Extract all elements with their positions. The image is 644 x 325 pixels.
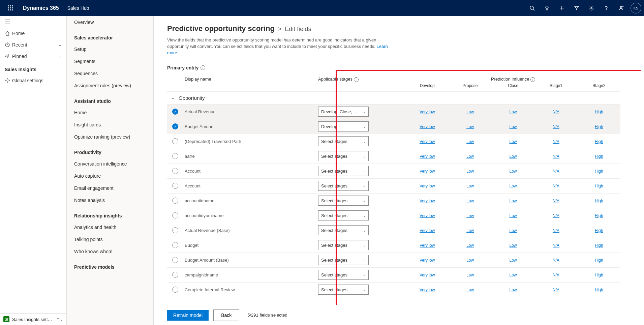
info-icon[interactable]: i <box>201 65 205 70</box>
influence-link[interactable]: Very low <box>420 213 435 218</box>
sidebar-item-insight-cards[interactable]: Insight cards <box>67 119 153 131</box>
stage-dropdown[interactable]: Select stages⌄ <box>318 270 369 280</box>
stage-dropdown[interactable]: Select stages⌄ <box>318 210 369 220</box>
influence-link[interactable]: High <box>595 139 603 144</box>
stage-dropdown[interactable]: Develop⌄ <box>318 121 369 131</box>
influence-link[interactable]: N/A <box>553 288 559 292</box>
stage-dropdown[interactable]: Select stages⌄ <box>318 166 369 176</box>
sidebar-item-talking-points[interactable]: Talking points <box>67 233 153 245</box>
stage-dropdown[interactable]: Select stages⌄ <box>318 240 369 250</box>
stage-dropdown[interactable]: Select stages⌄ <box>318 255 369 265</box>
influence-link[interactable]: N/A <box>553 124 559 129</box>
influence-link[interactable]: N/A <box>553 243 559 248</box>
stage-dropdown[interactable]: Develop, Close, …⌄ <box>318 107 369 117</box>
sidebar-item-auto-capture[interactable]: Auto capture <box>67 170 153 182</box>
influence-link[interactable]: N/A <box>553 169 559 174</box>
influence-link[interactable]: Low <box>466 258 474 263</box>
stage-dropdown[interactable]: Select stages⌄ <box>318 196 369 206</box>
influence-link[interactable]: High <box>595 110 603 114</box>
influence-link[interactable]: N/A <box>553 139 559 144</box>
influence-link[interactable]: Very low <box>420 110 435 114</box>
nav-item-global-settings[interactable]: Global settings <box>0 75 66 86</box>
influence-link[interactable]: Low <box>466 169 474 174</box>
stage-dropdown[interactable]: Select stages⌄ <box>318 151 369 161</box>
checkbox-unchecked[interactable] <box>172 257 178 263</box>
influence-link[interactable]: Low <box>510 228 517 233</box>
influence-link[interactable]: Low <box>466 288 474 292</box>
stage-dropdown[interactable]: Select stages⌄ <box>318 136 369 146</box>
influence-link[interactable]: Very low <box>420 243 435 248</box>
checkbox-unchecked[interactable] <box>172 138 178 144</box>
sidebar-item-overview[interactable]: Overview <box>67 16 153 28</box>
search-icon[interactable] <box>525 0 540 16</box>
checkbox-unchecked[interactable] <box>172 153 178 159</box>
influence-link[interactable]: High <box>595 258 603 263</box>
influence-link[interactable]: Low <box>510 199 517 203</box>
influence-link[interactable]: Very low <box>420 258 435 263</box>
checkbox-unchecked[interactable] <box>172 272 178 278</box>
sidebar-item-who-knows-whom[interactable]: Who knows whom <box>67 245 153 258</box>
sidebar-item-sequences[interactable]: Sequences <box>67 67 153 80</box>
lightbulb-icon[interactable] <box>540 0 554 16</box>
influence-link[interactable]: Low <box>510 288 517 292</box>
influence-link[interactable]: N/A <box>553 154 559 159</box>
nav-item-home[interactable]: Home <box>0 28 66 39</box>
sidebar-item-home[interactable]: Home <box>67 107 153 119</box>
help-icon[interactable] <box>599 0 614 16</box>
influence-link[interactable]: High <box>595 184 603 188</box>
checkbox-checked[interactable]: ✓ <box>172 109 178 115</box>
influence-link[interactable]: Low <box>466 154 474 159</box>
settings-icon[interactable] <box>584 0 599 16</box>
filter-icon[interactable] <box>569 0 584 16</box>
influence-link[interactable]: High <box>595 288 603 292</box>
influence-link[interactable]: N/A <box>553 258 559 263</box>
checkbox-unchecked[interactable] <box>172 168 178 174</box>
influence-link[interactable]: Low <box>466 184 474 188</box>
sidebar-item-analytics-and-health[interactable]: Analytics and health <box>67 221 153 233</box>
sidebar-item-segments[interactable]: Segments <box>67 55 153 67</box>
influence-link[interactable]: Low <box>466 124 474 129</box>
sidebar-item-assignment-rules-preview-[interactable]: Assignment rules (preview) <box>67 80 153 92</box>
influence-link[interactable]: Very low <box>420 154 435 159</box>
influence-link[interactable]: High <box>595 169 603 174</box>
checkbox-unchecked[interactable] <box>172 198 178 204</box>
influence-link[interactable]: Low <box>510 184 517 188</box>
influence-link[interactable]: High <box>595 228 603 233</box>
app-launcher-icon[interactable] <box>3 5 19 11</box>
app-name-label[interactable]: Sales Hub <box>67 5 89 11</box>
influence-link[interactable]: N/A <box>553 228 559 233</box>
nav-item-pinned[interactable]: Pinned⌄ <box>0 51 66 62</box>
sidebar-item-setup[interactable]: Setup <box>67 43 153 55</box>
checkbox-unchecked[interactable] <box>172 212 178 218</box>
checkbox-checked[interactable]: ✓ <box>172 123 178 129</box>
influence-link[interactable]: Low <box>510 110 517 114</box>
checkbox-unchecked[interactable] <box>172 242 178 248</box>
add-icon[interactable] <box>554 0 569 16</box>
influence-link[interactable]: Low <box>466 273 474 277</box>
checkbox-unchecked[interactable] <box>172 227 178 233</box>
influence-link[interactable]: High <box>595 199 603 203</box>
influence-link[interactable]: Low <box>466 139 474 144</box>
influence-link[interactable]: Low <box>510 213 517 218</box>
user-avatar[interactable]: KS <box>631 3 641 13</box>
area-switcher[interactable]: SI Sales Insights sett… ⌃⌄ <box>0 313 66 325</box>
checkbox-unchecked[interactable] <box>172 183 178 189</box>
stage-dropdown[interactable]: Select stages⌄ <box>318 225 369 235</box>
influence-link[interactable]: Low <box>510 139 517 144</box>
influence-link[interactable]: High <box>595 273 603 277</box>
influence-link[interactable]: Low <box>466 199 474 203</box>
sidebar-item-notes-analysis[interactable]: Notes analysis <box>67 194 153 206</box>
influence-link[interactable]: Low <box>510 273 517 277</box>
stage-dropdown[interactable]: Select stages⌄ <box>318 285 369 295</box>
hamburger-icon[interactable] <box>0 16 66 28</box>
influence-link[interactable]: Low <box>466 213 474 218</box>
sidebar-item-email-engagement[interactable]: Email engagement <box>67 182 153 194</box>
influence-link[interactable]: Low <box>466 243 474 248</box>
influence-link[interactable]: N/A <box>553 110 559 114</box>
influence-link[interactable]: High <box>595 154 603 159</box>
influence-link[interactable]: Very low <box>420 139 435 144</box>
influence-link[interactable]: N/A <box>553 273 559 277</box>
influence-link[interactable]: Low <box>466 228 474 233</box>
sidebar-item-optimize-ranking-preview-[interactable]: Optimize ranking (preview) <box>67 131 153 143</box>
influence-link[interactable]: High <box>595 124 603 129</box>
